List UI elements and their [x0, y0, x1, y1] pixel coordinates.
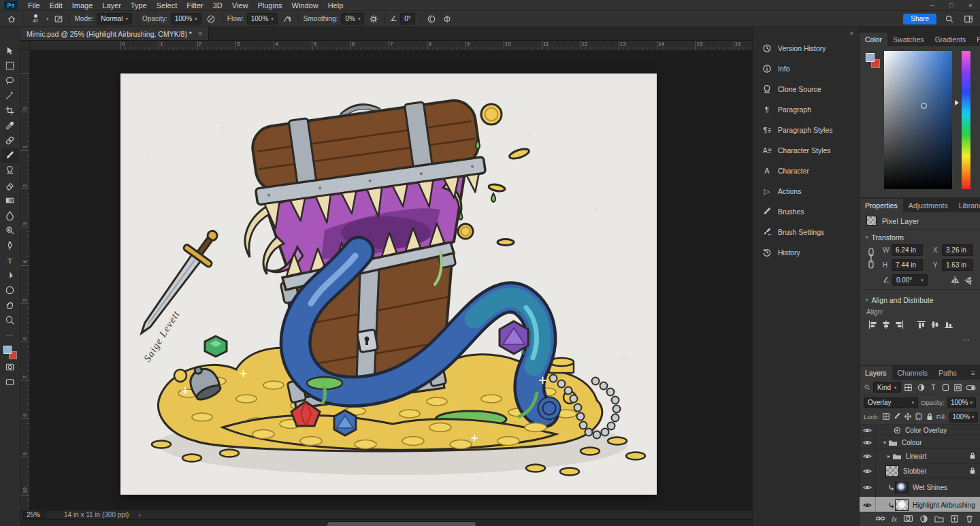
new-adjustment-layer-icon[interactable] — [919, 514, 928, 525]
lock-transparency-icon[interactable] — [882, 412, 890, 422]
menu-item[interactable]: Select — [152, 1, 182, 10]
link-layers-icon[interactable] — [875, 514, 885, 524]
hue-slider[interactable] — [962, 51, 970, 189]
visibility-toggle[interactable] — [860, 497, 876, 512]
rail-item-paragraph[interactable]: ¶ Paragraph — [753, 99, 859, 120]
layer-thumbnail[interactable] — [885, 465, 899, 477]
visibility-toggle[interactable] — [860, 436, 876, 448]
hand-tool[interactable] — [1, 298, 19, 312]
close-button[interactable]: × — [961, 0, 980, 10]
blend-mode-select[interactable]: Normal ▾ — [97, 13, 132, 24]
rail-item-clone-source[interactable]: Clone Source — [753, 79, 859, 99]
edit-toolbar-icon[interactable]: ⋯ — [1, 328, 19, 342]
rail-item-info[interactable]: Info — [753, 59, 859, 79]
horizontal-scrollbar[interactable] — [20, 519, 752, 526]
path-selection-tool[interactable] — [1, 268, 19, 282]
tab-paths[interactable]: Paths — [933, 366, 962, 380]
smoothing-select[interactable]: 0% ▾ — [341, 13, 364, 24]
layer-group-row[interactable]: ▸ Lineart — [860, 449, 980, 463]
height-field[interactable]: 7.44 in — [892, 259, 923, 271]
type-tool[interactable]: T — [1, 253, 19, 267]
healing-brush-tool[interactable] — [1, 133, 19, 148]
rail-item-version-history[interactable]: Version History — [753, 38, 859, 59]
menu-item[interactable]: File — [23, 1, 45, 10]
menu-item[interactable]: Help — [323, 1, 348, 10]
eyedropper-tool[interactable] — [1, 118, 19, 133]
lock-pixels-icon[interactable] — [893, 412, 901, 422]
rail-item-character-styles[interactable]: A Character Styles — [753, 140, 859, 161]
lasso-tool[interactable] — [1, 73, 19, 88]
align-right-button[interactable] — [894, 318, 905, 330]
menu-item[interactable]: Filter — [182, 1, 208, 10]
tab-gradients[interactable]: Gradients — [930, 33, 972, 46]
share-button[interactable]: Share — [903, 14, 936, 24]
flip-vertical-icon[interactable] — [964, 276, 973, 285]
menu-item[interactable]: Plugins — [252, 1, 287, 10]
more-options-icon[interactable]: ⋯ — [860, 330, 980, 344]
menu-item[interactable]: Type — [126, 1, 152, 10]
x-field[interactable]: 3.26 in — [942, 244, 973, 256]
visibility-toggle[interactable] — [860, 463, 876, 478]
filter-adjustment-layers-icon[interactable] — [916, 382, 926, 393]
panel-menu-icon[interactable]: ≡ — [971, 366, 980, 380]
layer-row[interactable]: Wet Shines — [860, 479, 980, 497]
search-icon[interactable] — [943, 13, 956, 25]
status-options-icon[interactable]: › — [138, 511, 140, 519]
filter-kind-select[interactable]: Kind ▾ — [873, 382, 901, 393]
tab-swatches[interactable]: Swatches — [887, 33, 930, 46]
layer-effect-row[interactable]: Color Overlay — [860, 425, 980, 436]
chevron-down-icon[interactable]: ▾ — [46, 16, 49, 21]
zoom-level-field[interactable]: 25% — [23, 511, 46, 519]
dodge-tool[interactable] — [1, 223, 19, 237]
rotation-angle-field[interactable]: 0.00° ▾ — [892, 274, 928, 286]
collapse-panels-icon[interactable]: « — [849, 29, 853, 37]
workspace-switcher-icon[interactable] — [962, 13, 975, 25]
layer-row[interactable]: Slobber — [860, 463, 980, 479]
rail-item-brushes[interactable]: Brushes — [753, 201, 859, 222]
horizontal-ruler[interactable]: 012345678910111213141516 — [30, 41, 752, 50]
flow-select[interactable]: 100% ▾ — [247, 13, 278, 24]
blend-mode-select[interactable]: Overlay ▾ — [864, 397, 918, 408]
align-middle-vertical-button[interactable] — [929, 318, 941, 330]
ellipse-shape-tool[interactable] — [1, 283, 19, 297]
ruler-origin-corner[interactable] — [20, 41, 30, 50]
brush-preset-picker[interactable]: 40 — [28, 14, 43, 23]
zoom-tool[interactable] — [1, 313, 19, 327]
blur-tool[interactable] — [1, 208, 19, 223]
gear-icon[interactable] — [368, 13, 380, 25]
lock-position-icon[interactable] — [904, 412, 912, 422]
layer-row-selected[interactable]: Highlight Airbrushing — [860, 497, 980, 512]
clone-stamp-tool[interactable] — [1, 163, 19, 178]
tab-layers[interactable]: Layers — [860, 366, 892, 380]
add-mask-icon[interactable] — [903, 514, 913, 524]
rail-item-actions[interactable]: ▷ Actions — [753, 181, 859, 201]
quick-selection-tool[interactable] — [1, 88, 19, 103]
align-section-header[interactable]: ▾ Align and Distribute — [860, 293, 980, 307]
opacity-select[interactable]: 100% ▾ — [171, 13, 201, 24]
link-dimensions-icon[interactable] — [867, 247, 875, 270]
filter-type-layers-icon[interactable]: T — [928, 382, 938, 393]
pressure-size-icon[interactable] — [425, 13, 438, 25]
menu-item[interactable]: View — [227, 1, 253, 10]
filter-toggle-icon[interactable] — [966, 382, 976, 393]
rail-item-character[interactable]: A Character — [753, 161, 859, 181]
layer-group-row[interactable]: ▾ Colour — [860, 436, 980, 449]
rail-item-brush-settings[interactable]: Brush Settings — [753, 222, 859, 242]
maximize-button[interactable]: □ — [942, 0, 961, 10]
scrollbar-thumb[interactable] — [327, 521, 476, 526]
saturation-brightness-field[interactable] — [884, 51, 952, 189]
pressure-opacity-icon[interactable] — [205, 13, 217, 25]
gradient-tool[interactable] — [1, 193, 19, 208]
rail-item-paragraph-styles[interactable]: ¶ Paragraph Styles — [753, 120, 859, 140]
brush-tool[interactable] — [1, 148, 19, 163]
menu-item[interactable]: Image — [67, 1, 98, 10]
menu-item[interactable]: Layer — [97, 1, 126, 10]
new-group-icon[interactable] — [934, 515, 944, 524]
group-collapsed-icon[interactable]: ▸ — [885, 453, 892, 459]
document-canvas[interactable]: Saige Levett — [120, 73, 657, 495]
airbrush-icon[interactable] — [281, 13, 293, 25]
filter-shape-layers-icon[interactable] — [941, 382, 950, 393]
tab-patterns[interactable]: Patterns — [971, 33, 980, 46]
layer-fill-field[interactable]: 100% ▾ — [949, 412, 978, 423]
visibility-toggle[interactable] — [860, 425, 876, 435]
